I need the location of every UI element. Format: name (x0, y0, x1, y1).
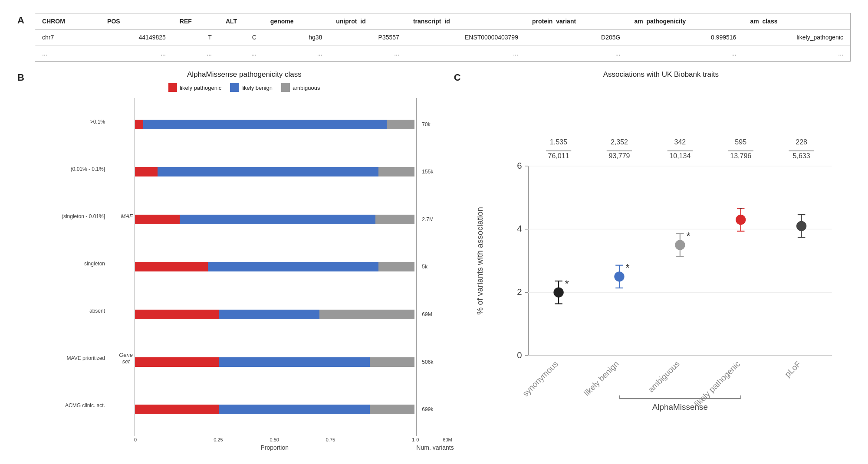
table-header-cell: transcript_id (406, 13, 525, 29)
svg-point-48 (736, 215, 746, 225)
section-c: C Associations with UK Biobank traits 02… (454, 70, 851, 451)
svg-text:228: 228 (796, 138, 807, 146)
svg-text:likely benign: likely benign (582, 359, 621, 398)
table-cell: ... (219, 46, 263, 62)
group-labels: MAFGeneset (108, 98, 135, 451)
svg-text:6: 6 (517, 161, 522, 170)
svg-text:595: 595 (735, 138, 746, 146)
bar-segment-benign (208, 262, 378, 271)
bar-row (135, 212, 414, 227)
table-header: CHROMPOSREFALTgenomeuniprot_idtranscript… (35, 13, 850, 29)
table-header-cell: am_pathogenicity (627, 13, 743, 29)
bar-segment-pathogenic (135, 215, 180, 224)
legend-benign-label: likely benign (241, 85, 273, 91)
legend-ambiguous-label: ambiguous (293, 85, 320, 91)
table-cell: ... (406, 46, 525, 62)
bar-row (135, 402, 414, 417)
svg-text:4: 4 (517, 224, 522, 233)
table-body: chr744149825TChg38P35557ENST00000403799D… (35, 29, 850, 62)
svg-text:*: * (565, 278, 569, 290)
table-cell: ... (743, 46, 850, 62)
svg-point-21 (553, 288, 563, 297)
bar-segment-ambiguous (378, 262, 415, 271)
bar-segment-benign (219, 310, 319, 319)
table-cell: P35557 (329, 29, 406, 46)
bar-row (135, 355, 414, 369)
num-variants-section: 70k155k2.7M5k69M506k699k 0 60M Num. vari… (416, 98, 454, 451)
table-cell: D205G (525, 29, 627, 46)
table-cell: chr7 (35, 29, 100, 46)
bar-segment-ambiguous (319, 310, 414, 319)
section-c-title: Associations with UK Biobank traits (471, 70, 851, 79)
table-header-cell: POS (100, 13, 173, 29)
table-cell: ENST00000403799 (406, 29, 525, 46)
bottom-row: B AlphaMissense pathogenicity class like… (17, 70, 851, 451)
table-cell: ... (263, 46, 329, 62)
svg-point-57 (796, 221, 806, 231)
table-header-cell: protein_variant (525, 13, 627, 29)
svg-text:*: * (686, 231, 690, 242)
bar-segment-ambiguous (378, 167, 415, 176)
bar-row (135, 259, 414, 274)
svg-text:93,779: 93,779 (608, 152, 630, 160)
svg-text:% of variants with association: % of variants with association (475, 207, 484, 314)
bar-y-label: (0.01% - 0.1%] (71, 162, 105, 176)
table-row: .............................. (35, 46, 850, 62)
group-label: MAF (121, 209, 133, 224)
num-panel: 70k155k2.7M5k69M506k699k (416, 98, 454, 436)
svg-text:342: 342 (674, 138, 686, 146)
bar-segment-ambiguous (375, 215, 414, 224)
bar-y-labels: >0.1%(0.01% - 0.1%](singleton - 0.01%]si… (35, 98, 108, 451)
svg-text:pLoF: pLoF (783, 359, 802, 379)
num-variant-label: 5k (420, 259, 454, 274)
bar-row (135, 117, 414, 132)
x-axis-ticks: 0 0.25 0.50 0.75 1 (134, 436, 414, 442)
table-cell: 0.999516 (627, 29, 743, 46)
x-axis-title: Proportion (135, 444, 414, 451)
section-b-content: AlphaMissense pathogenicity class likely… (35, 70, 454, 451)
bar-segment-benign (219, 405, 370, 414)
bar-segment-pathogenic (135, 120, 143, 129)
table-cell: ... (173, 46, 219, 62)
scatter-svg: 0246% of variants with association1,5357… (471, 83, 851, 451)
bar-y-label: absent (89, 304, 105, 318)
table-cell: T (173, 29, 219, 46)
legend-ambiguous: ambiguous (281, 83, 320, 92)
table-header-cell: am_class (743, 13, 850, 29)
group-label: Geneset (119, 351, 133, 366)
table-header-cell: uniprot_id (329, 13, 406, 29)
legend-ambiguous-box (281, 83, 290, 92)
svg-text:-: - (739, 203, 742, 212)
table-header-cell: genome (263, 13, 329, 29)
legend: likely pathogenic likely benign ambiguou… (35, 83, 454, 92)
table-cell: ... (525, 46, 627, 62)
bar-y-label: (singleton - 0.01%] (62, 209, 105, 224)
svg-text:ambiguous: ambiguous (646, 359, 681, 394)
num-variant-label: 69M (420, 307, 454, 322)
num-variant-label: 70k (420, 117, 454, 132)
bar-segment-ambiguous (387, 120, 414, 129)
svg-text:2: 2 (517, 287, 522, 297)
bar-segment-benign (158, 167, 378, 176)
bar-segment-pathogenic (135, 262, 208, 271)
table-cell: ... (35, 46, 100, 62)
num-variant-label: 2.7M (420, 212, 454, 227)
bar-segment-ambiguous (370, 357, 414, 367)
bar-segment-benign (219, 357, 370, 367)
svg-text:0: 0 (517, 350, 522, 360)
section-c-content: Associations with UK Biobank traits 0246… (471, 70, 851, 451)
table-cell: ... (100, 46, 173, 62)
svg-point-30 (614, 271, 624, 281)
bar-segment-benign (180, 215, 375, 224)
num-variant-label: 699k (420, 402, 454, 417)
bar-segment-pathogenic (135, 310, 219, 319)
svg-text:1,535: 1,535 (550, 138, 567, 146)
legend-pathogenic-label: likely pathogenic (180, 85, 221, 91)
scatter-plot: 0246% of variants with association1,5357… (471, 83, 851, 451)
bars-and-axes: 0 0.25 0.50 0.75 1 Proportion (135, 98, 414, 451)
svg-text:*: * (625, 262, 629, 274)
num-variant-label: 155k (420, 164, 454, 179)
data-table: CHROMPOSREFALTgenomeuniprot_idtranscript… (35, 13, 851, 62)
table-cell: C (219, 29, 263, 46)
legend-pathogenic: likely pathogenic (168, 83, 221, 92)
